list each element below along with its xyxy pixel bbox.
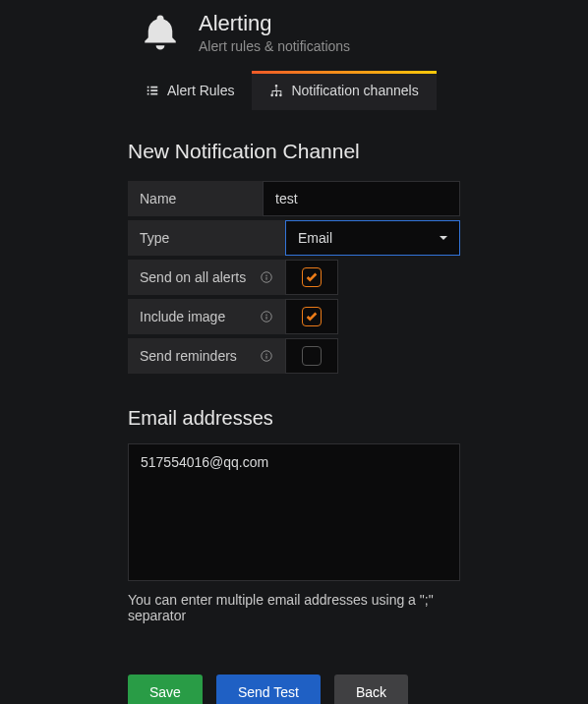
tab-label: Alert Rules (167, 83, 234, 98)
type-select[interactable]: Email (285, 220, 460, 256)
page-header: Alerting Alert rules & notifications (0, 0, 588, 71)
include-image-checkbox[interactable] (302, 307, 322, 326)
tab-label: Notification channels (291, 83, 418, 98)
name-label: Name (128, 181, 263, 216)
row-type: Type Email (128, 220, 460, 256)
send-all-checkbox[interactable] (302, 267, 322, 287)
list-icon (146, 84, 159, 97)
email-section-title: Email addresses (128, 407, 460, 430)
send-all-checkbox-cell (285, 260, 338, 295)
row-send-reminders: Send reminders (128, 338, 460, 374)
main-content: New Notification Channel Name Type Email… (0, 110, 588, 704)
send-reminders-label: Send reminders (128, 338, 285, 374)
send-reminders-checkbox[interactable] (302, 346, 322, 366)
send-test-button[interactable]: Send Test (216, 675, 321, 704)
save-button[interactable]: Save (128, 675, 203, 704)
page-subtitle: Alert rules & notifications (199, 38, 350, 54)
back-button[interactable]: Back (334, 675, 408, 704)
tab-alert-rules[interactable]: Alert Rules (128, 71, 252, 110)
bell-icon (138, 10, 183, 55)
send-reminders-checkbox-cell (285, 338, 338, 374)
info-icon[interactable] (260, 349, 273, 363)
info-icon[interactable] (260, 310, 273, 323)
include-image-checkbox-cell (285, 299, 338, 334)
row-send-all: Send on all alerts (128, 260, 460, 295)
sitemap-icon (269, 84, 283, 97)
tab-notification-channels[interactable]: Notification channels (252, 71, 436, 110)
tabs: Alert Rules Notification channels (0, 71, 588, 110)
email-hint: You can enter multiple email addresses u… (128, 592, 460, 623)
email-addresses-input[interactable] (128, 443, 460, 581)
row-include-image: Include image (128, 299, 460, 334)
button-row: Save Send Test Back (128, 675, 460, 704)
name-input[interactable] (263, 181, 460, 216)
send-all-label: Send on all alerts (128, 260, 285, 295)
row-name: Name (128, 181, 460, 216)
include-image-label: Include image (128, 299, 285, 334)
page-title: Alerting (199, 11, 350, 36)
info-icon[interactable] (260, 270, 273, 284)
type-label: Type (128, 220, 285, 256)
form-title: New Notification Channel (128, 140, 460, 163)
